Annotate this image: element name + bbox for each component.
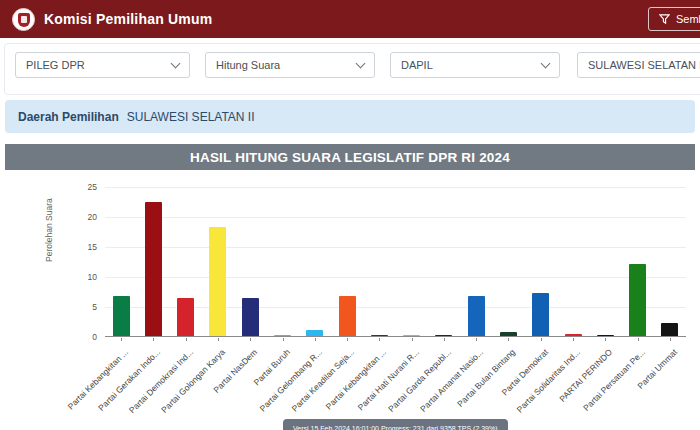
- bar[interactable]: [532, 293, 549, 336]
- bar[interactable]: [209, 227, 226, 336]
- kpu-dashboard: { "header": { "app_title": "Komisi Pemil…: [0, 0, 700, 430]
- bar[interactable]: [274, 335, 291, 336]
- region-banner-label: Daerah Pemilihan: [18, 110, 119, 124]
- hide-filters-button[interactable]: Sembunyikan: [648, 7, 700, 31]
- select-value: SULAWESI SELATAN II: [588, 59, 700, 71]
- y-axis-tick-label: 15: [63, 242, 97, 252]
- plot-area: [105, 187, 686, 337]
- x-axis-tick: [638, 338, 639, 341]
- x-axis-tick: [347, 338, 348, 341]
- select-wilayah[interactable]: SULAWESI SELATAN II: [577, 52, 700, 78]
- bar[interactable]: [468, 296, 485, 336]
- bar[interactable]: [242, 298, 259, 336]
- kpu-logo-icon: [12, 8, 35, 31]
- filter-icon: [659, 14, 670, 25]
- x-axis-tick: [541, 338, 542, 341]
- bar[interactable]: [403, 335, 420, 336]
- bar[interactable]: [565, 334, 582, 336]
- y-axis-tick-label: 25: [63, 182, 97, 192]
- x-axis-tick: [218, 338, 219, 341]
- bar[interactable]: [145, 202, 162, 336]
- region-banner: Daerah Pemilihan SULAWESI SELATAN II: [5, 100, 695, 133]
- x-axis-tick: [670, 338, 671, 341]
- x-axis-tick: [412, 338, 413, 341]
- x-axis-tick: [444, 338, 445, 341]
- app-header: Komisi Pemilihan Umum Sembunyikan: [0, 0, 700, 38]
- chevron-down-icon: [171, 58, 181, 68]
- select-value: Hitung Suara: [216, 59, 349, 71]
- bar[interactable]: [597, 335, 614, 336]
- select-value: PILEG DPR: [26, 59, 164, 71]
- bar[interactable]: [661, 323, 678, 336]
- gridline: [105, 187, 686, 188]
- select-value: DAPIL: [401, 59, 534, 71]
- x-axis-tick: [508, 338, 509, 341]
- region-banner-value: SULAWESI SELATAN II: [127, 110, 255, 124]
- chevron-down-icon: [356, 58, 366, 68]
- bar[interactable]: [306, 330, 323, 336]
- bar[interactable]: [339, 296, 356, 336]
- x-axis-tick: [315, 338, 316, 341]
- x-axis-tick: [153, 338, 154, 341]
- y-axis-tick-label: 5: [63, 302, 97, 312]
- x-axis-tick: [283, 338, 284, 341]
- chevron-down-icon: [541, 58, 551, 68]
- select-tampilan[interactable]: Hitung Suara: [205, 52, 375, 78]
- hide-filters-label: Sembunyikan: [676, 13, 700, 25]
- x-axis-tick: [186, 338, 187, 341]
- x-axis-tick: [476, 338, 477, 341]
- select-jenis-pemilu[interactable]: PILEG DPR: [15, 52, 190, 78]
- bar[interactable]: [371, 335, 388, 336]
- bar[interactable]: [629, 264, 646, 336]
- app-title: Komisi Pemilihan Umum: [44, 11, 212, 27]
- gridline: [105, 277, 686, 278]
- y-axis-tick-label: 10: [63, 272, 97, 282]
- y-axis-title: Perolehan Suara: [44, 198, 54, 262]
- bar[interactable]: [113, 296, 130, 336]
- bar[interactable]: [177, 298, 194, 336]
- x-axis-tick: [121, 338, 122, 341]
- x-axis-tick: [379, 338, 380, 341]
- x-axis-tick: [605, 338, 606, 341]
- gridline: [105, 217, 686, 218]
- x-axis-tick: [573, 338, 574, 341]
- select-dapil[interactable]: DAPIL: [390, 52, 560, 78]
- y-axis-tick-label: 0: [63, 332, 97, 342]
- chart-title-bar: HASIL HITUNG SUARA LEGISLATIF DPR RI 202…: [5, 144, 695, 170]
- bar[interactable]: [435, 335, 452, 336]
- x-axis-tick: [250, 338, 251, 341]
- chart-section: Perolehan Suara Versi 15 Feb 2024 16:01:…: [0, 170, 700, 430]
- gridline: [105, 247, 686, 248]
- chart-title: HASIL HITUNG SUARA LEGISLATIF DPR RI 202…: [190, 150, 510, 165]
- bar[interactable]: [500, 332, 517, 336]
- y-axis-tick-label: 20: [63, 212, 97, 222]
